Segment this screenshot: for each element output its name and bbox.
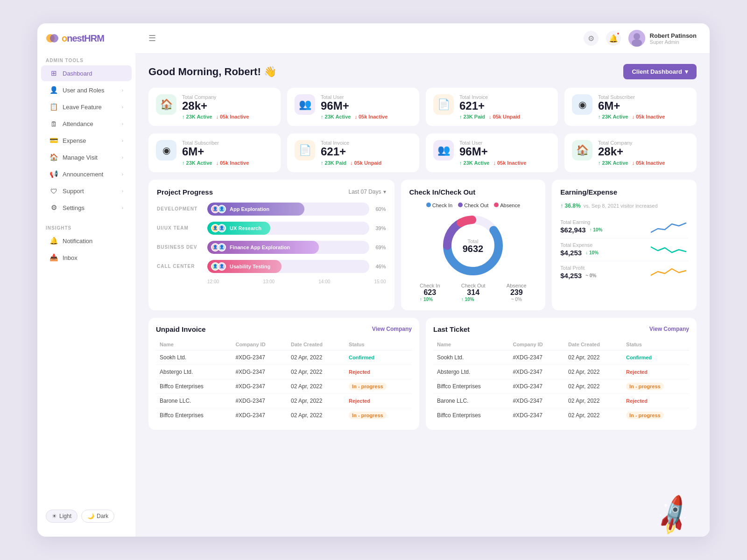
table-row: Biffco Enterprises #XDG-2347 02 Apr, 202…: [156, 408, 412, 422]
table-row: Abstergo Ltd. #XDG-2347 02 Apr, 2022 Rej…: [433, 364, 689, 379]
sidebar-item-label: Announcement: [63, 171, 103, 178]
avatar: [628, 30, 645, 47]
prog-track: 👤 👤 Finance App Exploration: [207, 241, 369, 254]
chevron-right-icon: ›: [122, 138, 123, 143]
stat-card-invoice2: 📄 Total Invoice 621+ ↑ 23K Paid ↓ 05k Un…: [287, 133, 419, 172]
stat-card-company2: 🏠 Total Company 28k+ ↑ 23K Active ↓ 05k …: [564, 133, 697, 172]
sidebar-item-manage-visit[interactable]: 🏠 Manage Visit ›: [41, 149, 132, 165]
user-icon-wrap: 👥: [295, 94, 315, 115]
col-company-id: Company ID: [232, 339, 287, 350]
x-axis: 12:00 13:00 14:00 15:00: [157, 279, 386, 284]
prog-pct: 39%: [376, 225, 386, 231]
col-date-created: Date Created: [564, 339, 622, 350]
badge-inactive: ↓ 05k Inactive: [216, 114, 249, 119]
badge-active: ↑ 23K Active: [321, 114, 351, 119]
view-company-ticket-button[interactable]: View Company: [649, 326, 689, 332]
prog-label: BUSINESS DEV: [157, 245, 204, 250]
earning-expense-card: Earning/Expense ↑ 36.8% vs. Sep 8, 2021 …: [552, 180, 697, 310]
user-roles-icon: 👤: [49, 86, 58, 94]
last-ticket-table: Name Company ID Date Created Status Sook…: [433, 339, 689, 422]
table-row: Barone LLC. #XDG-2347 02 Apr, 2022 Rejec…: [156, 393, 412, 408]
unpaid-invoice-title: Unpaid Invoice: [156, 325, 206, 333]
sidebar-item-leave[interactable]: 📋 Leave Feature ›: [41, 99, 132, 115]
view-company-button[interactable]: View Company: [372, 326, 412, 332]
user2-icon-wrap: 👥: [433, 140, 454, 161]
sidebar-item-label: Dashboard: [63, 70, 92, 77]
menu-icon[interactable]: ☰: [148, 33, 156, 43]
checkout-stat: Check Out 314 ↑ 10%: [461, 283, 486, 302]
company-icon-wrap: 🏠: [156, 94, 176, 115]
settings-topbar-icon[interactable]: ⚙: [584, 31, 599, 46]
earning-item-total-earning: Total Earning $62,943 ↑ 10%: [560, 216, 688, 238]
manage-visit-icon: 🏠: [49, 153, 58, 161]
last-ticket-title: Last Ticket: [433, 325, 470, 333]
checkin-checkout-card: Check In/Check Out Check In Check Out Ab…: [401, 180, 546, 310]
sidebar-item-label: Settings: [63, 204, 85, 211]
table-row: Biffco Enterprises #XDG-2347 02 Apr, 202…: [433, 379, 689, 393]
progress-row-callcenter: CALL CENTER 👤 👤 Usability Testing 46%: [157, 260, 386, 273]
chevron-right-icon: ›: [122, 105, 123, 110]
badge-inactive: ↓ 05k Inactive: [493, 160, 526, 166]
announcement-icon: 📢: [49, 170, 58, 178]
sidebar-item-attendance[interactable]: 🗓 Attendance ›: [41, 116, 132, 132]
table-row: Sookh Ltd. #XDG-2347 02 Apr, 2022 Confir…: [156, 350, 412, 364]
invoice2-icon-wrap: 📄: [295, 140, 315, 161]
leave-icon: 📋: [49, 103, 58, 111]
stat-value: 28k+: [182, 100, 273, 112]
sidebar-item-support[interactable]: 🛡 Support ›: [41, 183, 132, 199]
progress-row-bizdev: BUSINESS DEV 👤 👤 Finance App Exploration…: [157, 241, 386, 254]
attendance-icon: 🗓: [49, 119, 58, 128]
prog-track: 👤 👤 Usability Testing: [207, 260, 369, 273]
chevron-right-icon: ›: [122, 172, 123, 177]
project-filter[interactable]: Last 07 Days ▾: [348, 189, 386, 195]
chevron-right-icon: ›: [122, 155, 123, 160]
bottom-row: Unpaid Invoice View Company Name Company…: [148, 318, 697, 430]
badge-active: ↑ 23K Active: [598, 114, 628, 119]
progress-row-dev: DEVELOPMENT 👤 👤 App Exploration 60%: [157, 203, 386, 216]
sidebar-item-inbox[interactable]: 📥 Inbox: [41, 250, 132, 266]
prog-pct: 46%: [376, 264, 386, 269]
logo: onestHRM: [37, 32, 135, 53]
last-ticket-card: Last Ticket View Company Name Company ID…: [426, 318, 697, 430]
user-name: Robert Patinson: [650, 32, 697, 39]
stat-card-invoice: 📄 Total Invoice 621+ ↑ 23K Paid ↓ 05k Un…: [426, 88, 558, 126]
client-dashboard-button[interactable]: Client Dashboard ▾: [623, 64, 697, 79]
sidebar-item-label: Support: [63, 188, 84, 195]
prog-label: CALL CENTER: [157, 264, 204, 269]
stat-card-company: 🏠 Total Company 28k+ ↑ 23K Active ↓ 05k …: [148, 88, 281, 126]
sidebar-item-dashboard[interactable]: ⊞ Dashboard: [41, 65, 132, 81]
sidebar-item-label: Leave Feature: [63, 104, 102, 111]
earning-title: Earning/Expense: [560, 188, 617, 196]
insights-label: INSIGHTS: [37, 221, 135, 232]
greeting-row: Good Morning, Robert! 👋 Client Dashboard…: [148, 64, 697, 79]
logo-icon: [46, 32, 59, 45]
unpaid-invoice-table: Name Company ID Date Created Status Sook…: [156, 339, 412, 422]
bell-icon[interactable]: 🔔: [606, 31, 621, 46]
light-theme-button[interactable]: ☀ Light: [46, 510, 78, 523]
app-container: onestHRM ADMIN TOOLS ⊞ Dashboard 👤 User …: [37, 23, 710, 537]
increase-pct: ↑ 36.8%: [560, 203, 580, 209]
notification-icon: 🔔: [49, 237, 58, 245]
stat-value: 621+: [321, 146, 412, 158]
increase-label: vs. Sep 8, 2021 visitor increased: [584, 203, 658, 209]
sidebar-item-settings[interactable]: ⚙ Settings ›: [41, 200, 132, 216]
table-row: Abstergo Ltd. #XDG-2347 02 Apr, 2022 Rej…: [156, 364, 412, 379]
sidebar-item-label: Expense: [63, 137, 86, 144]
dark-theme-button[interactable]: 🌙 Dark: [81, 510, 114, 523]
badge-inactive: ↓ 05k Inactive: [632, 160, 665, 166]
checkin-stat: Check In 623 ↑ 10%: [420, 283, 440, 302]
sun-icon: ☀: [52, 513, 57, 519]
col-company-id: Company ID: [509, 339, 564, 350]
sidebar-item-announcement[interactable]: 📢 Announcement ›: [41, 166, 132, 182]
col-date-created: Date Created: [287, 339, 345, 350]
sidebar-item-user-roles[interactable]: 👤 User and Roles ›: [41, 82, 132, 98]
sidebar-item-notification[interactable]: 🔔 Notification: [41, 233, 132, 249]
chevron-right-icon: ›: [122, 189, 123, 194]
progress-row-uiux: UI/UX TEAM 👤 👤 UX Research 39%: [157, 222, 386, 235]
prog-track: 👤 👤 App Exploration: [207, 203, 369, 216]
sidebar-item-expense[interactable]: 💳 Expense ›: [41, 133, 132, 148]
earning-chart: [651, 219, 688, 234]
sidebar-item-label: Inbox: [63, 254, 78, 261]
stat-value: 6M+: [182, 146, 273, 158]
expense-chart: [651, 242, 688, 257]
